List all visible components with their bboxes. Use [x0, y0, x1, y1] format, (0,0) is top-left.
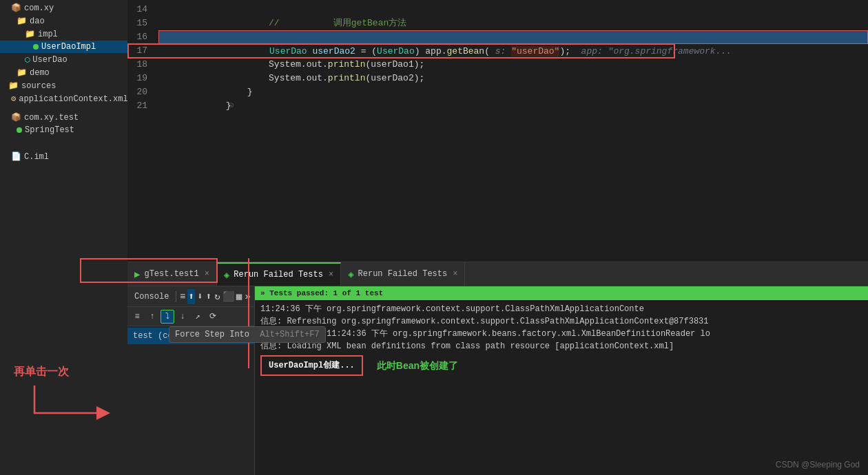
- tooltip-shortcut: Alt+Shift+F7: [260, 330, 319, 339]
- code-line-20: }: [158, 85, 868, 99]
- debug-btn-clocks[interactable]: ⟳: [206, 310, 220, 324]
- test-package-icon: 📦: [11, 112, 21, 123]
- bean-created-annotation: 此时Bean被创建了: [377, 359, 458, 372]
- tab-gtest[interactable]: ▶ gTest.test1 ×: [127, 262, 217, 286]
- toolbar-btn-grid[interactable]: ▦: [236, 289, 243, 304]
- force-step-tooltip: Force Step Into Alt+Shift+F7: [169, 326, 326, 343]
- csdn-watermark: CSDN @Sleeping God: [776, 460, 860, 469]
- sidebar-item-comxy[interactable]: 📦 com.xy: [0, 1, 127, 14]
- code-editor: 14 15 16 17 18 19 20 21 // 调用getBean方法: [127, 0, 868, 262]
- console-output: 11:24:36 下午 org.springframework.context.…: [255, 300, 868, 475]
- main-container: 📦 com.xy 📁 dao 📁 impl UserDaoImpl ◯ User…: [0, 0, 868, 475]
- debug-toolbar: ≡ ↑ ⤵ ↓ ↗ ⟳ Force Step Into Alt+Shift+F7: [127, 307, 254, 326]
- toolbar-btn-refresh[interactable]: ↻: [214, 289, 221, 304]
- toolbar-btn-down[interactable]: ⬇: [196, 289, 204, 304]
- content-area: 14 15 16 17 18 19 20 21 // 调用getBean方法: [127, 0, 868, 475]
- toolbar-btn-more[interactable]: »: [244, 289, 251, 304]
- code-line-14: // 调用getBean方法: [158, 3, 868, 17]
- tab-icon-2: ◈: [348, 268, 353, 280]
- console-label[interactable]: Console: [130, 292, 173, 302]
- folder-icon-demo: 📁: [17, 67, 27, 78]
- output-line-2: 七月 30, 2022 11:24:36 下午 org.springframew…: [260, 328, 862, 340]
- toolbar-btn-menu[interactable]: ≡: [179, 289, 187, 304]
- sidebar-item-dao[interactable]: 📁 dao: [0, 14, 127, 28]
- interface-icon: ◯: [25, 54, 30, 65]
- debug-btn-up[interactable]: ↑: [145, 310, 159, 324]
- tab-close-0[interactable]: ×: [205, 269, 209, 279]
- iml-icon: 📄: [11, 151, 21, 162]
- xml-icon: ⚙: [11, 94, 16, 104]
- sidebar-separator: [0, 105, 127, 111]
- line-numbers: 14 15 16 17 18 19 20 21: [127, 0, 158, 262]
- code-lines: // 调用getBean方法 UserDao userDao1 = (UserD…: [158, 0, 868, 262]
- code-line-16: UserDao userDao2 = (UserDao) app.getBean…: [158, 30, 868, 44]
- sidebar-item-sources[interactable]: 📁 sources: [0, 79, 127, 92]
- debug-btn-down[interactable]: ↓: [176, 310, 189, 324]
- tab-rerun-failed-active[interactable]: ◈ Rerun Failed Tests ×: [217, 262, 341, 286]
- output-line-1: 信息: Refreshing org.springframework.conte…: [260, 315, 862, 328]
- left-debug-panel: Console ≡ ⬆ ⬇ ⬆ ↻ ⬛ ▦ » ≡ ↑: [127, 286, 255, 475]
- tab-icon-1: ◈: [224, 269, 229, 281]
- sidebar-spacer: [0, 136, 127, 150]
- tab-label-1: Rerun Failed Tests: [234, 270, 323, 279]
- code-line-21: [158, 99, 868, 113]
- code-line-15: UserDao userDao1 = (UserDao) app.getBean…: [158, 17, 868, 30]
- tab-label-2: Rerun Failed Tests: [358, 269, 448, 279]
- tooltip-label: Force Step Into: [175, 330, 249, 339]
- created-line-container: UserDaoImpl创建... 此时Bean被创建了: [260, 355, 862, 376]
- tab-bar: ▶ gTest.test1 × ◈ Rerun Failed Tests × ◈…: [127, 262, 868, 286]
- toolbar-btn-stop[interactable]: ⬛: [223, 289, 234, 304]
- output-line-3: 信息: Loading XML bean definitions from cl…: [260, 340, 862, 352]
- sidebar-item-comxytest[interactable]: 📦 com.xy.test: [0, 111, 127, 124]
- folder-icon: 📁: [17, 16, 27, 26]
- package-icon: 📦: [11, 3, 21, 13]
- sidebar-item-userdaoimpl[interactable]: UserDaoImpl: [0, 41, 127, 53]
- folder-icon-impl: 📁: [25, 29, 35, 39]
- toolbar-btn-up-active[interactable]: ⬆: [187, 289, 195, 304]
- bottom-panel-inner: Console ≡ ⬆ ⬇ ⬆ ↻ ⬛ ▦ » ≡ ↑: [127, 286, 868, 475]
- folder-icon-sources: 📁: [8, 81, 19, 91]
- sidebar-item-springtest[interactable]: SpringTest: [0, 124, 127, 136]
- class-green-dot: [33, 44, 39, 50]
- tab-close-1[interactable]: ×: [329, 270, 333, 279]
- debug-btn-force-step[interactable]: ⤵: [161, 310, 174, 324]
- created-highlight-box: UserDaoImpl创建...: [260, 355, 363, 376]
- tests-passed-text: » Tests passed: 1 of 1 test: [260, 289, 383, 297]
- test-class-dot: [17, 127, 22, 133]
- tests-passed-bar: » Tests passed: 1 of 1 test: [255, 286, 868, 300]
- output-line-created: UserDaoImpl创建...: [269, 359, 355, 372]
- bottom-toolbar: Console ≡ ⬆ ⬇ ⬆ ↻ ⬛ ▦ »: [127, 286, 254, 307]
- sidebar-item-appcontext[interactable]: ⚙ applicationContext.xml: [0, 92, 127, 105]
- sidebar-item-demo[interactable]: 📁 demo: [0, 66, 127, 79]
- toolbar-btn-up2[interactable]: ⬆: [205, 289, 213, 304]
- sidebar-item-impl[interactable]: 📁 impl: [0, 28, 127, 41]
- debug-btn-menu[interactable]: ≡: [130, 310, 144, 324]
- console-panel: » Tests passed: 1 of 1 test 11:24:36 下午 …: [255, 286, 868, 475]
- tab-close-2[interactable]: ×: [453, 269, 457, 279]
- bottom-panel: ▶ gTest.test1 × ◈ Rerun Failed Tests × ◈…: [127, 262, 868, 475]
- tab-icon-0: ▶: [134, 268, 140, 280]
- editor-area: 14 15 16 17 18 19 20 21 // 调用getBean方法: [127, 0, 868, 262]
- output-line-0: 11:24:36 下午 org.springframework.context.…: [260, 303, 862, 315]
- sidebar: 📦 com.xy 📁 dao 📁 impl UserDaoImpl ◯ User…: [0, 0, 127, 475]
- debug-btn-run[interactable]: ↗: [191, 310, 205, 324]
- sidebar-item-userdao[interactable]: ◯ UserDao: [0, 53, 127, 66]
- sidebar-item-iml[interactable]: 📄 C.iml: [0, 150, 127, 163]
- tab-rerun-failed-2[interactable]: ◈ Rerun Failed Tests ×: [341, 262, 465, 286]
- tab-label-0: gTest.test1: [144, 269, 198, 279]
